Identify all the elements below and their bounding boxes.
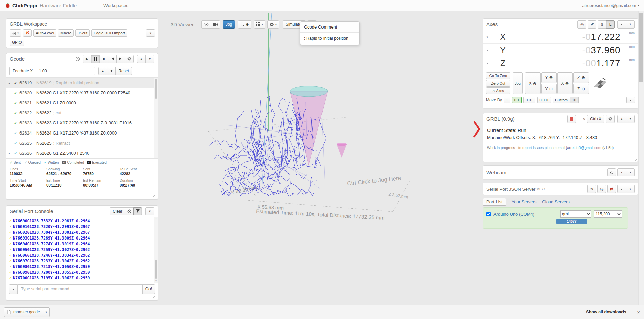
gcode-row[interactable]: ✓ 62623 N62623 G1 X17.2270 Y-37.8160 Z-0… (6, 118, 158, 128)
gcode-scrollbar[interactable] (154, 78, 158, 158)
jog-y-minus-button[interactable]: Y⊖ (541, 84, 557, 94)
port-name-link[interactable]: Arduino Uno (COM4) (493, 212, 534, 217)
console-menu-button[interactable]: ▾ (145, 207, 154, 215)
axes-edit-button[interactable] (588, 20, 596, 29)
move-by-1-button[interactable]: 1 (504, 97, 510, 103)
gcode-row[interactable]: ✓ 62621 N62621 G1 Z0.0000 (6, 98, 158, 108)
viewer-3d[interactable]: Ctrl-Click to Jog Here 3D Viewer Jog (158, 13, 480, 304)
feedrate-input[interactable] (36, 67, 95, 75)
feedrate-reset-button[interactable]: Reset (115, 67, 132, 75)
tab-your-servers[interactable]: Your Servers (512, 199, 537, 204)
import-menu-button[interactable]: ▾ (10, 29, 21, 37)
tab-port-list[interactable]: Port List (483, 198, 506, 206)
show-all-downloads-link[interactable]: Show all downloads... (586, 310, 630, 314)
baud-select[interactable]: 115,200 (594, 210, 622, 218)
serial-command-input[interactable] (18, 284, 143, 294)
console-clear-button[interactable]: Clear (110, 207, 125, 215)
move-by-expand-button[interactable]: ▴ (626, 97, 635, 103)
port-checkbox[interactable] (486, 212, 491, 216)
grbl-resume-label[interactable]: ~ (577, 117, 581, 121)
workspace-more-button[interactable]: ▾ (146, 29, 155, 37)
zoom-extents-button[interactable]: ⊕ (238, 20, 251, 29)
resize-grip[interactable] (153, 195, 157, 198)
grid-options-button[interactable]: ▾ (254, 20, 265, 29)
stop-button[interactable]: ■ (99, 55, 108, 63)
resize-grip[interactable] (633, 157, 637, 161)
gcode-row[interactable]: ✓ 62622 N62622 ; cut (6, 108, 158, 118)
panel-menu-button[interactable]: ▾ (145, 55, 154, 63)
step-forward-button[interactable] (116, 55, 125, 63)
jog-y-plus-button[interactable]: Y⊕ (541, 72, 557, 83)
console-mute-button[interactable] (125, 207, 134, 215)
clock-icon[interactable] (75, 57, 80, 61)
macro-button[interactable]: Macro (58, 29, 74, 37)
axes-target-button[interactable]: ◎ (577, 20, 586, 29)
panel-collapse-button[interactable]: ▴ (137, 55, 146, 63)
grbl-stop-button[interactable] (567, 115, 576, 123)
step-back-button[interactable] (108, 55, 117, 63)
spjs-target-button[interactable]: ◎ (597, 185, 606, 193)
zero-out-button[interactable]: Zero Out (486, 80, 510, 87)
move-by-0-1-button[interactable]: 0.1 (512, 97, 522, 103)
grbl-check-label[interactable]: v (583, 117, 586, 121)
3d-scene[interactable] (158, 13, 480, 304)
jog-tab-button[interactable]: Jog (513, 72, 523, 94)
move-by-custom-input[interactable] (570, 97, 579, 103)
panel-menu-button[interactable]: ▾ (626, 168, 635, 176)
gcode-row[interactable]: ✓ 62625 N62625 ; Retract (6, 138, 158, 148)
panel-menu-button[interactable]: ▾ (626, 185, 635, 193)
email-link[interactable]: jarret.luft@gmail.com (566, 146, 601, 150)
spjs-refresh-button[interactable]: ↻ (587, 185, 596, 193)
jscut-button[interactable]: JScut (75, 29, 90, 37)
jog-x-plus-button[interactable]: X⊕ (557, 72, 573, 94)
send-command-button[interactable]: Go! (142, 284, 155, 294)
gcode-row[interactable]: ▴ ✓ 62619 N62619 ; Rapid to initial posi… (6, 78, 158, 88)
gcode-settings-button[interactable] (125, 55, 134, 63)
axis-menu-icon[interactable]: ▾ (483, 62, 492, 65)
scroll-down-icon[interactable]: ▾ (6, 152, 12, 155)
gcode-list[interactable]: ▴ ✓ 62619 N62619 ; Rapid to initial posi… (6, 77, 158, 159)
axis-menu-icon[interactable]: ▾ (483, 49, 492, 52)
spjs-reconnect-button[interactable]: ⇄ (607, 185, 616, 193)
axis-letter[interactable]: Y (492, 44, 514, 57)
panel-collapse-button[interactable]: ▴ (617, 185, 626, 193)
feedrate-down-button[interactable]: ▼ (107, 67, 116, 75)
panel-menu-button[interactable]: ▾ (626, 115, 635, 123)
fiddle-button[interactable]: B (23, 29, 32, 37)
move-by-0-01-button[interactable]: 0.01 (523, 97, 535, 103)
home-axes-button[interactable]: ⌂Axes (486, 87, 510, 94)
viewer-settings-button[interactable]: ▾ (267, 20, 279, 29)
panel-collapse-button[interactable]: ▴ (617, 20, 626, 29)
scroll-up-icon[interactable]: ▴ (6, 81, 12, 85)
axis-menu-icon[interactable]: ▾ (483, 35, 492, 39)
axes-large-button[interactable]: L (606, 20, 615, 29)
axis-letter[interactable]: X (492, 30, 514, 43)
move-by-custom-button[interactable]: Custom (553, 97, 570, 103)
close-shelf-icon[interactable]: × (637, 309, 640, 315)
eagle-brd-import-button[interactable]: Eagle BRD Import (91, 29, 127, 37)
jog-z-minus-button[interactable]: Z⊖ (573, 84, 589, 94)
touch-plate-button[interactable] (593, 72, 608, 94)
grbl-settings-button[interactable] (606, 115, 615, 123)
download-file-button[interactable]: monster.gcode ▾ (4, 307, 50, 317)
account-menu[interactable]: atrueresistance@gmail.com ▾ (582, 3, 639, 8)
grbl-reset-button[interactable]: Ctrl+X (587, 115, 604, 123)
jog-x-minus-button[interactable]: X⊖ (525, 72, 541, 94)
console-filter-button[interactable] (133, 207, 142, 215)
camera-view-button[interactable] (211, 20, 220, 29)
feedrate-up-button[interactable]: ▲ (98, 67, 107, 75)
go-to-zero-button[interactable]: Go To Zero (486, 72, 510, 79)
scrollbar-thumb[interactable] (639, 13, 643, 82)
auto-level-button[interactable]: Auto-Level (33, 29, 56, 37)
jog-z-plus-button[interactable]: Z⊕ (573, 72, 589, 83)
axis-letter[interactable]: Z (492, 57, 514, 70)
command-history-button[interactable]: ▴ (9, 284, 18, 294)
panel-collapse-button[interactable]: ▴ (617, 168, 626, 176)
move-by-0-001-button[interactable]: 0.001 (537, 97, 551, 103)
gcode-row[interactable]: ✓ 62624 N62624 G1 X17.2270 Y-37.8160 Z0.… (6, 128, 158, 138)
brand[interactable]: ChiliPeppr Hardware Fiddle (5, 3, 77, 8)
gcode-row[interactable]: ✓ 62620 N62620 G1 X17.2270 Y-37.8160 Z0.… (6, 88, 158, 98)
resize-grip[interactable] (153, 296, 157, 299)
download-menu-button[interactable]: ▾ (43, 308, 49, 317)
gpio-button[interactable]: GPIO (10, 39, 24, 46)
